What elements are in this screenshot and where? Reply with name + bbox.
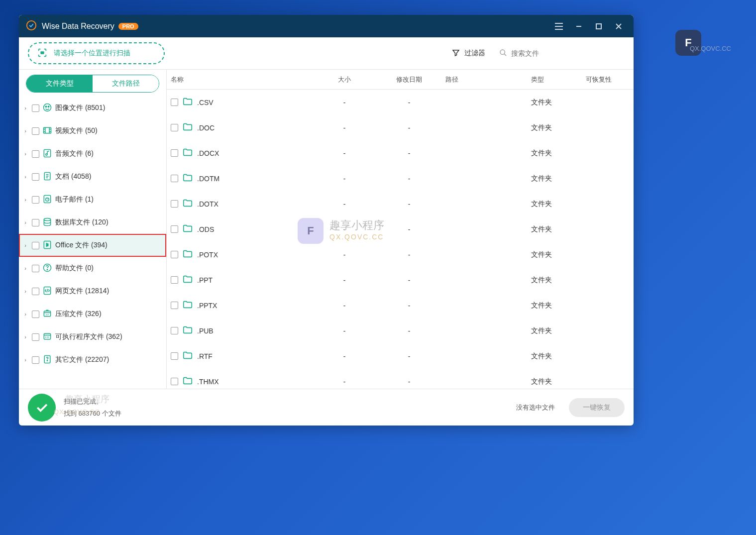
file-row[interactable]: .PUB--文件夹 <box>167 318 634 343</box>
statusbar: 扫描已完成。 找到 683760 个文件 没有选中文件 一键恢复 <box>19 389 634 426</box>
checkbox[interactable] <box>171 149 178 157</box>
checkbox[interactable] <box>171 225 178 233</box>
svg-point-0 <box>27 20 36 29</box>
file-name: .DOTX <box>197 200 218 208</box>
checkbox[interactable] <box>171 327 178 334</box>
scan-target-icon <box>37 47 48 60</box>
search-input[interactable] <box>511 49 621 57</box>
tree-item-zip[interactable]: ›ZIP压缩文件 (326) <box>19 303 166 325</box>
folder-icon <box>182 172 193 185</box>
scan-location-button[interactable]: 请选择一个位置进行扫描 <box>28 42 165 64</box>
tree-item-doc[interactable]: ›文档 (4058) <box>19 165 166 188</box>
tree-item-mail[interactable]: ›?电子邮件 (1) <box>19 188 166 211</box>
checkbox[interactable] <box>32 288 39 295</box>
file-row[interactable]: .ODS--文件夹 <box>167 216 634 242</box>
folder-icon <box>182 121 193 134</box>
tree-item-video[interactable]: ›视频文件 (50) <box>19 119 166 142</box>
tab-file-path[interactable]: 文件路径 <box>93 75 159 92</box>
col-header-recover[interactable]: 可恢复性 <box>586 75 634 84</box>
file-date: - <box>373 327 445 335</box>
expand-arrow-icon[interactable]: › <box>22 357 29 363</box>
tab-file-type[interactable]: 文件类型 <box>26 75 93 92</box>
checkbox[interactable] <box>171 276 178 284</box>
file-name: .POTX <box>197 251 218 259</box>
tree-item-help[interactable]: ›帮助文件 (0) <box>19 257 166 280</box>
expand-arrow-icon[interactable]: › <box>22 105 29 111</box>
file-type: 文件夹 <box>531 276 586 285</box>
tree-item-office[interactable]: ›Office 文件 (394) <box>19 234 166 257</box>
expand-arrow-icon[interactable]: › <box>22 174 29 180</box>
file-name: .DOTM <box>197 175 219 183</box>
file-row[interactable]: .POTX--文件夹 <box>167 242 634 267</box>
filter-button[interactable]: 过滤器 <box>447 45 489 62</box>
file-row[interactable]: .DOTX--文件夹 <box>167 191 634 216</box>
expand-arrow-icon[interactable]: › <box>22 151 29 157</box>
file-row[interactable]: .CSV--文件夹 <box>167 90 634 115</box>
checkbox[interactable] <box>171 124 178 131</box>
expand-arrow-icon[interactable]: › <box>22 334 29 340</box>
svg-rect-7 <box>44 127 51 133</box>
checkbox[interactable] <box>171 200 178 208</box>
checkbox[interactable] <box>171 175 178 182</box>
checkbox[interactable] <box>32 196 39 204</box>
checkbox[interactable] <box>32 150 39 158</box>
col-header-date[interactable]: 修改日期 <box>373 75 445 84</box>
tree-item-audio[interactable]: ›音频文件 (6) <box>19 142 166 165</box>
checkbox[interactable] <box>32 219 39 226</box>
file-row[interactable]: .PPTX--文件夹 <box>167 293 634 318</box>
expand-arrow-icon[interactable]: › <box>22 242 29 248</box>
col-header-path[interactable]: 路径 <box>445 75 531 84</box>
checkbox[interactable] <box>171 99 178 106</box>
checkbox[interactable] <box>32 265 39 272</box>
minimize-button[interactable] <box>569 15 589 37</box>
file-row[interactable]: .DOCX--文件夹 <box>167 140 634 166</box>
checkbox[interactable] <box>32 333 39 341</box>
recover-button[interactable]: 一键恢复 <box>569 398 625 417</box>
expand-arrow-icon[interactable]: › <box>22 265 29 271</box>
search-box[interactable] <box>495 46 625 61</box>
file-type: 文件夹 <box>531 174 586 183</box>
checkbox[interactable] <box>32 127 39 135</box>
expand-arrow-icon[interactable]: › <box>22 219 29 225</box>
tree-item-image[interactable]: ›图像文件 (8501) <box>19 97 166 119</box>
checkbox[interactable] <box>171 378 178 385</box>
file-row[interactable]: .THMX--文件夹 <box>167 369 634 389</box>
file-type: 文件夹 <box>531 377 586 386</box>
tree-item-web[interactable]: ›网页文件 (12814) <box>19 280 166 303</box>
watermark-url: QX.QOVC.CC <box>690 45 731 52</box>
checkbox[interactable] <box>171 251 178 258</box>
checkbox[interactable] <box>32 311 39 318</box>
checkbox[interactable] <box>32 105 39 112</box>
expand-arrow-icon[interactable]: › <box>22 288 29 294</box>
checkbox[interactable] <box>32 173 39 181</box>
maximize-button[interactable] <box>589 15 609 37</box>
expand-arrow-icon[interactable]: › <box>22 311 29 317</box>
file-size: - <box>316 276 373 284</box>
filter-label: 过滤器 <box>464 49 485 58</box>
video-icon <box>42 125 52 137</box>
close-button[interactable] <box>609 15 629 37</box>
col-header-size[interactable]: 大小 <box>316 75 373 84</box>
checkbox[interactable] <box>32 242 39 249</box>
expand-arrow-icon[interactable]: › <box>22 128 29 134</box>
tree-item-label: 音频文件 (6) <box>55 149 161 158</box>
no-selection-label: 没有选中文件 <box>516 403 555 412</box>
menu-button[interactable] <box>549 15 569 37</box>
tree-item-exe[interactable]: ›EXE可执行程序文件 (362) <box>19 325 166 348</box>
file-row[interactable]: .DOTM--文件夹 <box>167 166 634 191</box>
tree-item-label: 电子邮件 (1) <box>55 195 161 204</box>
col-header-name[interactable]: 名称 <box>171 75 316 84</box>
pro-badge: PRO <box>118 23 138 30</box>
file-row[interactable]: .PPT--文件夹 <box>167 267 634 293</box>
tree-item-other[interactable]: ›其它文件 (22207) <box>19 348 166 371</box>
checkbox[interactable] <box>171 352 178 360</box>
file-row[interactable]: .RTF--文件夹 <box>167 343 634 369</box>
expand-arrow-icon[interactable]: › <box>22 197 29 203</box>
tree-item-db[interactable]: ›数据库文件 (120) <box>19 211 166 234</box>
file-row[interactable]: .DOC--文件夹 <box>167 115 634 140</box>
svg-point-3 <box>500 50 505 54</box>
checkbox[interactable] <box>171 302 178 309</box>
checkbox[interactable] <box>32 356 39 364</box>
file-size: - <box>316 251 373 259</box>
col-header-type[interactable]: 类型 <box>531 75 586 84</box>
